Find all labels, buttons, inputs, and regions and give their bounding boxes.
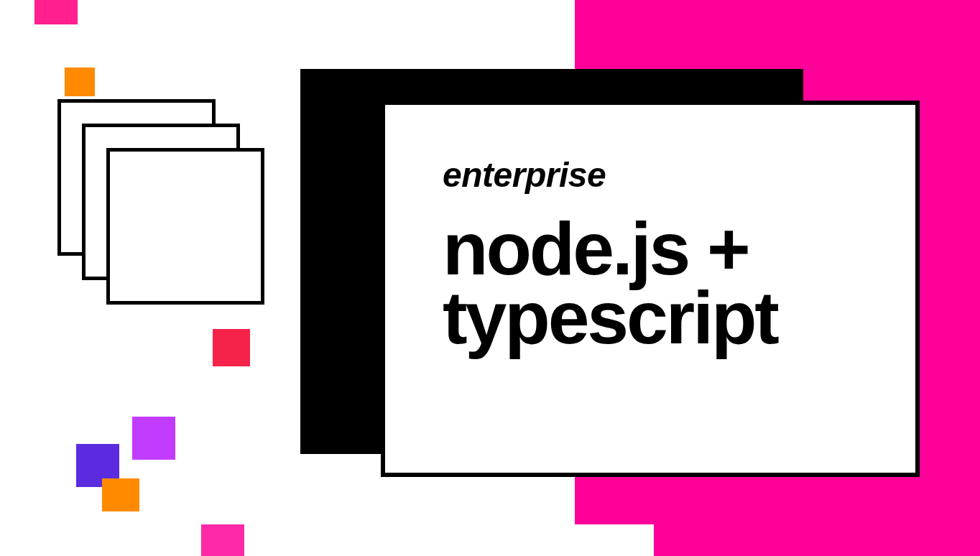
- lower-bright-purple-square: [132, 417, 175, 460]
- top-magenta-square: [34, 0, 78, 24]
- eyebrow-text: enterprise: [443, 155, 858, 195]
- bottom-magenta-square: [201, 524, 244, 556]
- mid-red-square: [213, 329, 250, 366]
- graphic-canvas: enterprise node.js + typescript: [0, 0, 980, 556]
- stacked-outline-square-3: [106, 148, 264, 305]
- headline-line-2: typescript: [443, 276, 777, 359]
- headline-text: node.js + typescript: [443, 215, 858, 352]
- top-orange-square: [65, 68, 95, 96]
- magenta-slab-notch: [575, 524, 654, 556]
- title-card: enterprise node.js + typescript: [381, 101, 920, 477]
- lower-orange-square: [102, 478, 139, 511]
